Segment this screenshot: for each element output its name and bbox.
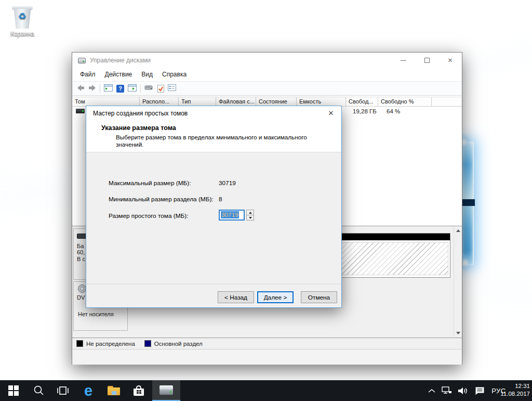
disk0-status: В с: [77, 256, 85, 262]
stepper-up-icon: [249, 212, 252, 214]
scroll-down-button[interactable]: [454, 329, 462, 337]
maximize-icon: [424, 58, 430, 63]
wizard-title: Мастер создания простых томов: [93, 106, 188, 121]
stepper-down-button[interactable]: [247, 215, 254, 220]
menu-view[interactable]: Вид: [137, 68, 157, 81]
action-center-button[interactable]: [472, 380, 487, 401]
volume-size-label: Размер простого тома (МБ):: [109, 212, 188, 219]
wizard-heading: Указание размера тома: [101, 124, 176, 132]
back-icon[interactable]: [77, 84, 85, 93]
column-filler: [432, 97, 462, 106]
help-icon[interactable]: ?: [116, 85, 124, 93]
console-window-icon[interactable]: [104, 84, 113, 93]
edge-icon: e: [84, 380, 92, 401]
console-window-icon[interactable]: [128, 84, 137, 93]
wizard-subtitle-line1: Выберите размер тома в пределах минималь…: [116, 134, 307, 140]
volume-row-free-percent[interactable]: 64 %: [387, 108, 400, 114]
volume-size-stepper[interactable]: [246, 210, 254, 221]
primary-partition-swatch: [144, 340, 151, 347]
legend-primary-partition: Основной раздел: [144, 340, 203, 347]
properties-icon[interactable]: [168, 84, 176, 93]
recycle-icon: ♻: [13, 11, 32, 22]
legend-unallocated-label: Не распределена: [86, 341, 135, 347]
menu-action[interactable]: Действие: [100, 68, 137, 81]
legend-primary-partition-label: Основной раздел: [154, 341, 203, 347]
store-button[interactable]: [128, 380, 149, 401]
min-size-label: Минимальный размер раздела (МБ):: [109, 196, 214, 203]
column-free[interactable]: Свобод...: [346, 97, 378, 106]
toolbar: ?: [72, 81, 462, 96]
max-size-value: 30719: [219, 179, 236, 187]
menu-file[interactable]: Файл: [75, 68, 100, 81]
volume-row-free[interactable]: 19,28 ГБ: [353, 108, 377, 114]
recycle-bin-label: Корзина: [4, 30, 41, 37]
vertical-scrollbar[interactable]: [454, 226, 462, 337]
disk-tool-icon[interactable]: [144, 84, 154, 93]
column-type[interactable]: Тип: [179, 97, 216, 106]
next-button[interactable]: Далее >: [257, 291, 294, 303]
checklist-icon[interactable]: [157, 85, 164, 93]
disk-management-taskbar-button[interactable]: [152, 380, 180, 401]
taskbar: e РУС 12:31 11.08.2017: [0, 380, 532, 401]
maximize-button[interactable]: [415, 53, 438, 68]
store-bag-icon: [133, 385, 144, 396]
clock-time: 12:31: [500, 382, 530, 390]
cancel-button[interactable]: Отмена: [301, 291, 337, 303]
start-button[interactable]: [3, 380, 24, 401]
column-filesystem[interactable]: Файловая с...: [216, 97, 256, 106]
clock[interactable]: 12:31 11.08.2017: [500, 382, 530, 398]
column-status[interactable]: Состояние: [256, 97, 297, 106]
min-size-value: 8: [219, 196, 222, 203]
scroll-up-button[interactable]: [454, 226, 462, 235]
speaker-icon: [458, 386, 469, 395]
disk-management-app-icon: [159, 385, 173, 396]
legend-bar: Не распределена Основной раздел: [72, 338, 462, 349]
cd-rom-icon: [78, 284, 86, 293]
minimize-button[interactable]: [392, 53, 415, 68]
windows-logo-icon: [8, 385, 19, 396]
search-button[interactable]: [29, 380, 49, 401]
wizard-titlebar[interactable]: Мастер создания простых томов ✕: [86, 106, 341, 121]
wizard-subtitle-line2: значений.: [116, 141, 143, 148]
wizard-header: Указание размера тома Выберите размер то…: [86, 121, 341, 152]
search-icon: [33, 385, 45, 396]
network-tray-button[interactable]: [440, 380, 454, 401]
back-button[interactable]: < Назад: [218, 291, 254, 303]
toolbar-separator: [140, 84, 141, 93]
cdrom-status: Нет носителя: [78, 311, 114, 317]
cdrom-label: DV: [77, 294, 85, 301]
task-view-button[interactable]: [52, 380, 73, 401]
volume-size-selected-text: 30719: [221, 211, 239, 218]
volume-size-input[interactable]: 30719: [219, 210, 245, 221]
wizard-close-button[interactable]: ✕: [322, 106, 340, 120]
wizard-separator: [86, 284, 341, 285]
desktop: ♻ Корзина Управление дисками ✕ Файл Дейс…: [0, 0, 532, 401]
scroll-up-icon: [456, 229, 460, 232]
file-explorer-button[interactable]: [103, 380, 124, 401]
menu-help[interactable]: Справка: [157, 68, 191, 81]
menu-bar: Файл Действие Вид Справка: [72, 68, 462, 81]
window-title: Управление дисками: [90, 53, 151, 68]
max-size-label: Максимальный размер (МБ):: [109, 179, 191, 187]
close-button[interactable]: ✕: [438, 53, 462, 68]
column-free-percent[interactable]: Свободно %: [378, 97, 432, 106]
volume-icon: [76, 109, 85, 113]
stepper-up-button[interactable]: [247, 210, 254, 215]
close-icon: ✕: [328, 109, 334, 117]
forward-icon[interactable]: [88, 84, 96, 93]
recycle-bin[interactable]: ♻ Корзина: [4, 6, 41, 37]
tray-chevron-button[interactable]: [425, 380, 438, 401]
disk0-size: 60,: [77, 249, 85, 255]
column-volume[interactable]: Том: [72, 97, 140, 106]
close-icon: ✕: [447, 57, 453, 64]
app-icon: [78, 58, 86, 63]
volume-tray-button[interactable]: [455, 380, 471, 401]
window-titlebar[interactable]: Управление дисками ✕: [72, 53, 462, 68]
clock-date: 11.08.2017: [500, 390, 530, 398]
toolbar-separator: [100, 84, 100, 93]
column-capacity[interactable]: Емкость: [297, 97, 346, 106]
minimize-icon: [401, 60, 406, 61]
column-layout[interactable]: Располо...: [140, 97, 179, 106]
edge-button[interactable]: e: [78, 380, 99, 401]
folder-icon: [108, 386, 120, 395]
